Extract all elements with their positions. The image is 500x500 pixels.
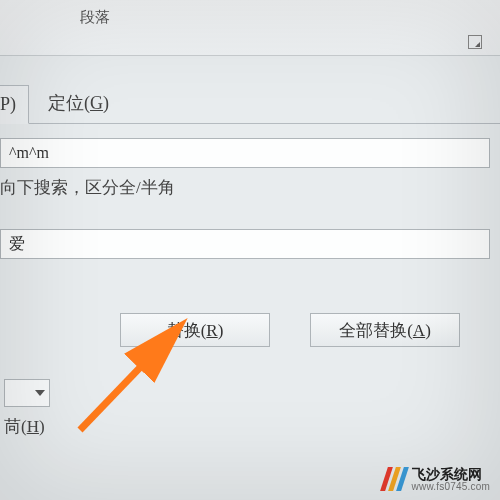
small-dropdown[interactable] <box>4 379 50 407</box>
tab-replace-partial[interactable]: P) <box>0 85 29 124</box>
watermark-url: www.fs0745.com <box>412 482 490 493</box>
find-what-value: ^m^m <box>9 144 49 162</box>
replace-button-label: 替换(R) <box>167 319 224 342</box>
find-what-input[interactable]: ^m^m <box>0 138 490 168</box>
find-what-block: ^m^m 向下搜索，区分全/半角 <box>0 138 500 199</box>
watermark-logo-icon <box>382 467 406 491</box>
dialog-tabs: P) 定位(G) <box>0 80 500 124</box>
bottom-partial-label: 苘(H) <box>4 415 50 438</box>
tab-locate-label: 定位(G) <box>48 93 109 113</box>
tab-replace-partial-text: P) <box>0 94 16 114</box>
action-buttons-row: 替换(R) 全部替换(A) <box>120 313 500 347</box>
replace-all-button[interactable]: 全部替换(A) <box>310 313 460 347</box>
replace-with-value: 爱 <box>9 234 25 255</box>
ribbon-group-label: 段落 <box>80 8 110 27</box>
ribbon-paragraph-group: 段落 <box>0 0 500 56</box>
search-options-text: 向下搜索，区分全/半角 <box>0 176 494 199</box>
tab-locate[interactable]: 定位(G) <box>29 82 128 124</box>
bottom-left-controls: 苘(H) <box>0 379 50 438</box>
replace-all-button-label: 全部替换(A) <box>339 319 431 342</box>
watermark: 飞沙系统网 www.fs0745.com <box>382 467 490 492</box>
dialog-launcher-icon[interactable] <box>468 35 482 49</box>
replace-with-input[interactable]: 爱 <box>0 229 490 259</box>
find-replace-dialog: P) 定位(G) ^m^m 向下搜索，区分全/半角 爱 替换(R) 全部替换(A… <box>0 80 500 347</box>
chevron-down-icon <box>35 390 45 396</box>
watermark-text: 飞沙系统网 www.fs0745.com <box>412 467 490 492</box>
watermark-name: 飞沙系统网 <box>412 467 490 482</box>
replace-with-block: 爱 <box>0 229 500 259</box>
replace-button[interactable]: 替换(R) <box>120 313 270 347</box>
